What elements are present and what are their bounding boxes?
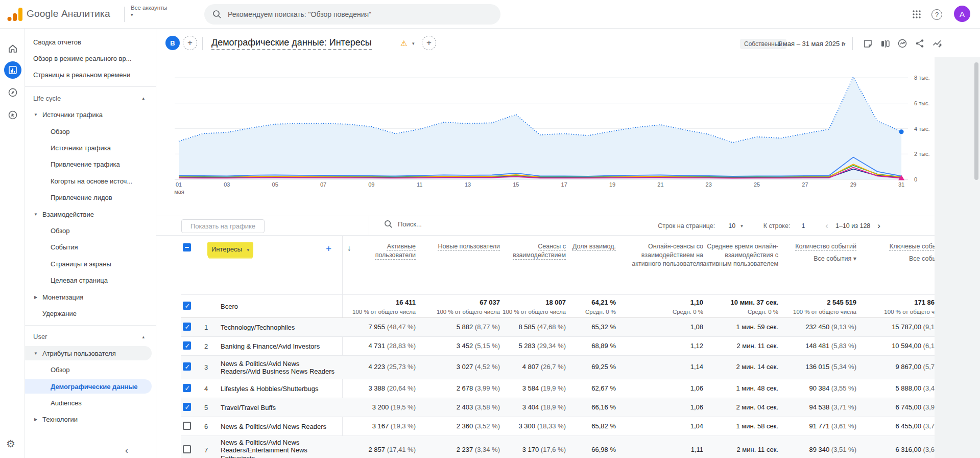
reports-icon[interactable] — [4, 61, 21, 79]
advertising-icon[interactable] — [4, 106, 21, 124]
sidebar-item-демографические-данные[interactable]: Демографические данные — [25, 378, 156, 395]
sidebar-section-user[interactable]: User▴ — [25, 329, 156, 345]
sidebar-item-привлечение-трафика[interactable]: Привлечение трафика — [25, 156, 156, 173]
sidebar-item-обзор[interactable]: Обзор — [25, 361, 156, 378]
global-search[interactable] — [204, 4, 500, 25]
comparison-icon[interactable] — [879, 37, 891, 50]
avatar[interactable]: A — [954, 6, 970, 22]
sidebar-item-события[interactable]: События — [25, 239, 156, 256]
table-header: Интересы ▾ + ↓ Активные пользователиНовы… — [181, 236, 935, 294]
sidebar-item-монетизация[interactable]: ▶Монетизация — [25, 289, 156, 305]
plot-on-chart-button[interactable]: Показать на графике — [181, 219, 265, 233]
column-header-2[interactable]: Новые пользователи — [437, 242, 500, 251]
chevron-down-icon[interactable]: ▾ — [412, 41, 415, 46]
select-all-checkbox[interactable] — [183, 243, 191, 251]
sidebar-item-audiences[interactable]: Audiences — [25, 395, 156, 411]
dimension-selector[interactable]: Интересы ▾ — [207, 242, 253, 256]
sidebar-item-источники-трафика[interactable]: Источники трафика — [25, 140, 156, 156]
sidebar-item-обзор[interactable]: Обзор — [25, 123, 156, 140]
column-header-inner: Активные пользователи — [352, 242, 416, 260]
global-search-input[interactable] — [228, 10, 492, 18]
entity-avatar[interactable]: B — [165, 36, 180, 50]
insights-icon[interactable] — [896, 37, 909, 50]
row-dimension-value: Technology/Technophiles — [221, 324, 337, 332]
row-checkbox[interactable] — [183, 422, 191, 430]
row-checkbox[interactable] — [183, 384, 191, 392]
metric-total-value: 67 037 — [437, 299, 500, 306]
row-rank: 6 — [204, 423, 208, 430]
sidebar-item-сводка-отчетов[interactable]: Сводка отчетов — [25, 34, 156, 50]
vertical-scrollbar[interactable] — [974, 62, 978, 180]
prev-page-icon[interactable]: ‹ — [822, 221, 831, 231]
sidebar-item-обзор-в-режиме-реального-вр-[interactable]: Обзор в режиме реального вр... — [25, 50, 156, 66]
date-range-picker[interactable]: 1 мая – 31 мая 2025 г. — [777, 40, 845, 48]
metric-value: 1 мин. 59 сек. — [736, 323, 778, 331]
sidebar-section-life-cycle[interactable]: Life cycle▴ — [25, 90, 156, 106]
column-header-inner: Ключевые событияВсе события — [869, 242, 935, 263]
sidebar-item-привлечение-лидов[interactable]: Привлечение лидов — [25, 190, 156, 206]
column-header-inner: Сеансы с взаимодействием — [497, 242, 566, 260]
metric-value: 68,89 % — [591, 342, 616, 350]
table-search[interactable] — [384, 220, 510, 228]
sidebar-item-источники-трафика[interactable]: ▼Источники трафика — [25, 107, 156, 123]
sidebar-item-страницы-в-реальном-времени[interactable]: Страницы в реальном времени — [25, 67, 156, 83]
column-header-6[interactable]: Среднее время онлайн-взаимодействия с ак… — [702, 242, 778, 268]
sort-descending-icon[interactable]: ↓ — [347, 243, 351, 252]
rows-per-page-select[interactable]: 10 — [728, 222, 735, 230]
table-row[interactable]: 1Technology/Technophiles7 955 (48,47 %)5… — [181, 318, 935, 337]
table-row[interactable]: 5Travel/Travel Buffs3 200 (19,5 %)2 403 … — [181, 398, 935, 417]
row-checkbox[interactable] — [183, 323, 191, 331]
ai-insights-icon[interactable] — [931, 37, 943, 50]
home-icon[interactable] — [4, 40, 21, 57]
account-picker[interactable]: Все аккаунты ▾ — [131, 5, 168, 17]
warning-icon[interactable]: ⚠ — [400, 39, 407, 48]
table-row[interactable]: 3News & Politics/Avid News Readers/Avid … — [181, 356, 935, 379]
add-segment-button[interactable]: + — [183, 36, 197, 50]
brand-title: Google Аналитика — [27, 8, 110, 19]
chevron-down-icon[interactable]: ▾ — [740, 223, 743, 228]
add-comparison-button[interactable]: + — [422, 36, 436, 50]
go-to-row-input[interactable]: 1 — [801, 222, 805, 230]
share-icon[interactable] — [914, 37, 926, 50]
apps-grid-icon[interactable] — [910, 8, 923, 21]
column-header-7[interactable]: Количество событийВсе события ▾ — [785, 242, 856, 263]
sidebar-item-целевая-страница[interactable]: Целевая страница — [25, 272, 156, 288]
column-header-8[interactable]: Ключевые событияВсе события — [869, 242, 935, 263]
metric-event-filter[interactable]: Все события — [869, 255, 935, 263]
table-row[interactable]: 6News & Politics/Avid News Readers3 167 … — [181, 417, 935, 436]
metric-event-filter[interactable]: Все события ▾ — [785, 255, 856, 263]
help-icon[interactable]: ? — [931, 9, 942, 20]
metric-cell: 1,04 — [627, 422, 703, 430]
column-header-5[interactable]: Онлайн-сеансы со взаимодействием на акти… — [627, 242, 703, 268]
column-header-1[interactable]: Активные пользователи — [352, 242, 416, 260]
sidebar-item-технологии[interactable]: ▶Технологии — [25, 411, 156, 428]
settings-gear-icon[interactable]: ⚙ — [6, 438, 15, 450]
collapse-sidebar-icon[interactable]: ‹ — [125, 445, 128, 456]
row-checkbox[interactable] — [183, 403, 191, 411]
column-header-4[interactable]: Доля взаимод. — [562, 242, 616, 251]
row-checkbox[interactable] — [183, 302, 191, 310]
row-checkbox[interactable] — [183, 362, 191, 371]
sidebar-item-страницы-и-экраны[interactable]: Страницы и экраны — [25, 256, 156, 272]
sidebar-item-удержание[interactable]: Удержание — [25, 305, 156, 322]
table-row[interactable]: 4Lifestyles & Hobbies/Shutterbugs3 388 (… — [181, 379, 935, 398]
sidebar-item-взаимодействие[interactable]: ▼Взаимодействие — [25, 206, 156, 222]
y-tick-label: 0 — [914, 176, 917, 182]
metric-cell: 94 538 (3,71 %) — [785, 403, 856, 411]
sidebar-item-когорты-на-основе-источ-[interactable]: Когорты на основе источ... — [25, 173, 156, 189]
next-page-icon[interactable]: › — [874, 221, 883, 231]
notes-icon[interactable] — [862, 37, 874, 50]
table-search-input[interactable] — [398, 220, 510, 228]
row-dimension-value: News & Politics/Avid News Readers/Entert… — [221, 439, 337, 458]
explore-icon[interactable] — [4, 84, 21, 101]
sidebar-item-атрибуты-пользователя[interactable]: ▼Атрибуты пользователя — [25, 345, 156, 361]
table-row[interactable]: 7News & Politics/Avid News Readers/Enter… — [181, 436, 935, 458]
row-checkbox[interactable] — [183, 341, 191, 350]
column-header-3[interactable]: Сеансы с взаимодействием — [497, 242, 566, 260]
table-row[interactable]: 2Banking & Finance/Avid Investors4 731 (… — [181, 337, 935, 356]
row-checkbox[interactable] — [183, 445, 191, 453]
chevron-down-icon[interactable]: ▾ — [843, 41, 846, 47]
add-metric-button[interactable]: + — [326, 243, 331, 255]
sidebar-item-обзор[interactable]: Обзор — [25, 222, 156, 239]
page-title[interactable]: Демографические данные: Интересы — [211, 37, 372, 50]
